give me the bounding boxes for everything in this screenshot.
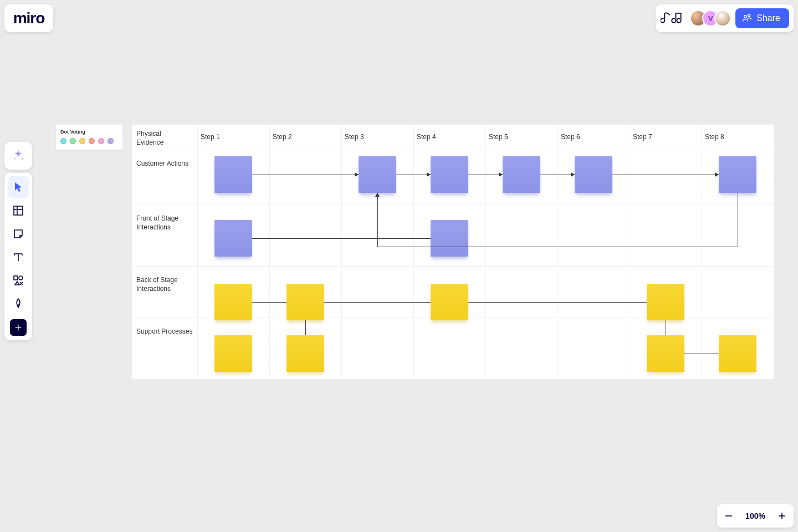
- sticky-note-icon: [12, 227, 25, 241]
- svg-rect-8: [14, 276, 18, 280]
- row-header: Front of Stage Interactions: [132, 210, 193, 232]
- voting-dot[interactable]: [108, 138, 114, 144]
- minus-icon: [723, 510, 734, 521]
- top-bar: V Share: [656, 4, 794, 32]
- sticky-note[interactable]: [214, 284, 252, 320]
- sticky-note[interactable]: [287, 284, 324, 320]
- sticky-note[interactable]: [719, 335, 756, 372]
- row-header: Customer Actions: [132, 155, 193, 168]
- column-header: PhysicalEvidence: [132, 124, 197, 150]
- zoom-in-button[interactable]: [774, 508, 790, 524]
- column-header: Step 5: [489, 124, 508, 150]
- pen-icon: [12, 297, 25, 310]
- frame-tool[interactable]: [8, 200, 29, 222]
- sticky-note[interactable]: [214, 156, 252, 193]
- frame-icon: [12, 204, 25, 217]
- app-logo[interactable]: miro: [4, 4, 53, 32]
- column-header: Step 4: [417, 124, 436, 150]
- plus-icon: [776, 510, 787, 521]
- sticky-note[interactable]: [287, 335, 324, 372]
- avatar-initial: V: [708, 14, 713, 23]
- sticky-note[interactable]: [719, 156, 756, 193]
- column-header: Step 6: [561, 124, 580, 150]
- shapes-tool[interactable]: [8, 269, 29, 291]
- sticky-note[interactable]: [503, 156, 540, 193]
- text-tool[interactable]: [8, 246, 29, 268]
- pen-tool[interactable]: [8, 293, 29, 315]
- voting-dot[interactable]: [79, 138, 85, 144]
- dot-voting-dots: [60, 138, 118, 144]
- svg-point-0: [14, 158, 16, 160]
- plus-icon: [13, 323, 23, 332]
- sticky-note[interactable]: [431, 156, 468, 193]
- dot-voting-panel[interactable]: Dot Voting: [55, 124, 123, 150]
- app-logo-text: miro: [13, 9, 45, 27]
- zoom-level[interactable]: 100%: [743, 511, 768, 520]
- sticky-note[interactable]: [431, 220, 468, 257]
- sticky-note[interactable]: [647, 335, 684, 372]
- ai-tool-button[interactable]: [4, 142, 32, 170]
- left-toolbar: [4, 173, 32, 340]
- voting-dot[interactable]: [70, 138, 76, 144]
- column-header: Step 3: [345, 124, 364, 150]
- cursor-icon: [12, 181, 25, 194]
- sticky-note[interactable]: [214, 335, 252, 372]
- svg-rect-1: [14, 206, 23, 215]
- sticky-note-tool[interactable]: [8, 223, 29, 245]
- select-tool[interactable]: [8, 176, 29, 198]
- sticky-note[interactable]: [647, 284, 684, 320]
- sparkle-icon: [11, 149, 25, 163]
- dot-voting-title: Dot Voting: [60, 129, 118, 135]
- voting-dot[interactable]: [89, 138, 95, 144]
- row-header: Back of Stage Interactions: [132, 272, 193, 293]
- share-button[interactable]: Share: [735, 8, 789, 28]
- sticky-note[interactable]: [431, 284, 468, 320]
- board-canvas[interactable]: Dot Voting PhysicalEvidenceStep 1Step 2S…: [55, 124, 774, 379]
- share-users-icon: [742, 13, 752, 23]
- column-header: Step 8: [705, 124, 724, 150]
- column-header: Step 2: [273, 124, 292, 150]
- reactions-button[interactable]: [660, 8, 686, 28]
- column-header: Step 7: [633, 124, 652, 150]
- svg-point-9: [19, 276, 23, 280]
- column-header: Step 1: [201, 124, 220, 150]
- voting-dot[interactable]: [98, 138, 104, 144]
- share-button-label: Share: [756, 13, 780, 23]
- voting-dot[interactable]: [60, 138, 66, 144]
- sticky-note[interactable]: [214, 220, 252, 257]
- avatar[interactable]: [714, 10, 731, 27]
- collaborator-avatars[interactable]: V: [690, 10, 731, 27]
- sticky-note[interactable]: [359, 156, 396, 193]
- zoom-control: 100%: [717, 504, 794, 528]
- music-notes-icon: [661, 10, 685, 27]
- sticky-note[interactable]: [575, 156, 612, 193]
- row-header: Support Processes: [132, 323, 193, 336]
- shapes-icon: [12, 274, 25, 287]
- zoom-out-button[interactable]: [720, 508, 737, 524]
- add-tool[interactable]: [10, 319, 27, 336]
- text-icon: [12, 250, 25, 264]
- blueprint-grid[interactable]: PhysicalEvidenceStep 1Step 2Step 3Step 4…: [132, 124, 774, 379]
